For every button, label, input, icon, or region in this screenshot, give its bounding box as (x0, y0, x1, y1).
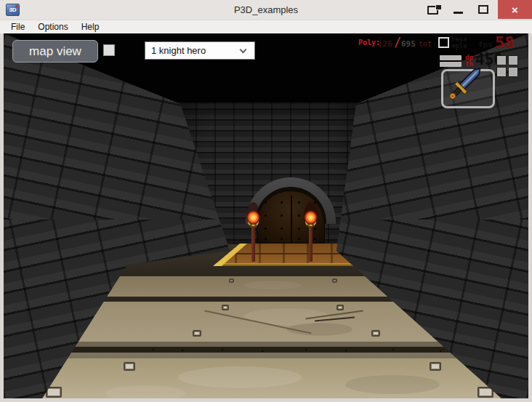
menu-options[interactable]: Options (31, 22, 74, 32)
maximize-icon (478, 5, 488, 14)
door-seam (291, 196, 292, 244)
hero-select-value: 1 knight hero (151, 45, 206, 56)
close-icon: × (512, 4, 518, 16)
groove-rivet-dots (153, 349, 154, 350)
torch-right-flame (304, 202, 318, 225)
slab-corner-plate (124, 362, 135, 371)
floor-step-lip-bottom (4, 353, 528, 358)
hud-poly-label: Poly: (358, 39, 380, 47)
hero-select[interactable]: 1 knight hero (145, 41, 255, 60)
minimize-icon (454, 12, 463, 14)
resample-checkbox[interactable] (438, 37, 449, 48)
torch-right-pole (309, 224, 313, 262)
hud-status-bar-1 (440, 55, 462, 60)
torch-left-pole (251, 224, 255, 262)
hud-grid-buttons[interactable] (496, 55, 519, 78)
game-viewport[interactable]: map view 1 knight hero Poly: 126 / 695 t… (4, 33, 528, 398)
hud-grid-cell[interactable] (508, 67, 518, 77)
floor-mottle (243, 281, 302, 289)
hud-fps-label: fps (478, 40, 493, 49)
titlebar: 3D P3D_examples × (0, 0, 532, 20)
map-view-button-label: map view (29, 44, 81, 59)
sword-icon (443, 61, 488, 106)
hud-poly-current: 126 (378, 39, 392, 49)
monitor-icon-overlay (435, 4, 442, 10)
chevron-down-icon (240, 47, 247, 54)
slab-corner-plate (193, 330, 201, 337)
torch-left-flame (246, 202, 260, 225)
slab-corner-plate (371, 330, 380, 337)
floor-mottle (178, 366, 302, 388)
slab-corner-plate (332, 278, 337, 283)
floor-mottle (105, 385, 185, 398)
app-window: 3D P3D_examples × File Options Help (0, 0, 532, 402)
hud-poly-total: 695 (401, 39, 416, 49)
slab-corner-plate (430, 362, 441, 371)
hud-grid-cell[interactable] (496, 55, 507, 65)
toolbar-checkbox[interactable] (103, 44, 115, 56)
slab-corner-plate (222, 305, 229, 310)
close-button[interactable]: × (498, 0, 532, 19)
menu-help[interactable]: Help (75, 22, 106, 32)
hud-grid-cell[interactable] (496, 67, 507, 77)
hud-poly-divider: / (394, 35, 401, 49)
floor-mottle (345, 375, 440, 394)
hud-poly-unit: tot (419, 40, 432, 48)
map-view-button[interactable]: map view (12, 40, 98, 63)
hud-grid-cell[interactable] (508, 55, 518, 65)
menubar: File Options Help (0, 20, 532, 33)
slab-corner-plate (229, 278, 234, 283)
door-studs (265, 201, 267, 204)
minimize-button[interactable] (451, 2, 464, 17)
slab-corner-plate (336, 305, 344, 310)
monitor-icon[interactable] (427, 4, 442, 15)
hud-fps-value: 58 (495, 33, 515, 52)
maximize-button[interactable] (477, 3, 490, 16)
menu-file[interactable]: File (4, 22, 31, 32)
